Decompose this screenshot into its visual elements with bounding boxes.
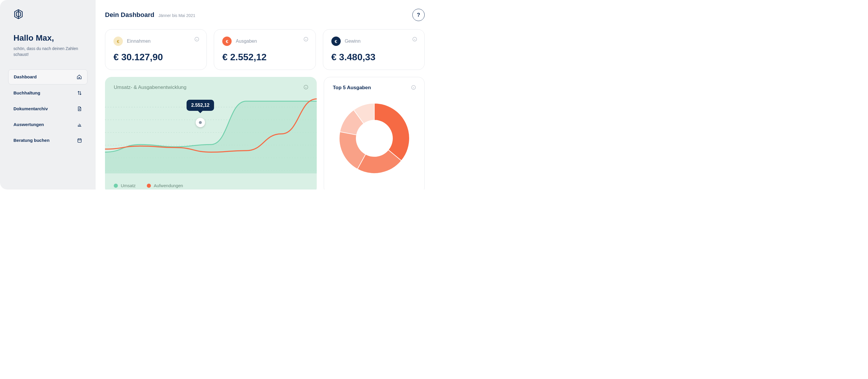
card-label: Gewinn	[345, 39, 361, 44]
sidebar-item-dashboard[interactable]: Dashboard	[8, 69, 88, 85]
arrows-up-down-icon	[77, 90, 82, 96]
euro-icon: €	[222, 37, 231, 46]
euro-icon: €	[331, 37, 341, 46]
card-label: Ausgaben	[236, 39, 257, 44]
card-value: € 2.552,12	[222, 52, 307, 63]
document-icon	[77, 106, 82, 112]
card-einnahmen: € Einnahmen € 30.127,90	[105, 29, 207, 70]
panels: Umsatz- & Ausgabenentwicklung 2.552,12 U…	[105, 77, 425, 189]
sidebar-item-label: Auswertungen	[13, 122, 77, 127]
top5-ausgaben-card: Top 5 Ausgaben	[324, 77, 425, 189]
sidebar-item-beratung[interactable]: Beratung buchen	[8, 133, 88, 148]
main-content: Dein Dashboard Jänner bis Mai 2021 ? € E…	[96, 0, 434, 189]
help-icon: ?	[417, 12, 420, 18]
logo	[13, 9, 88, 22]
page-subtitle: Jänner bis Mai 2021	[158, 13, 195, 18]
legend-umsatz: Umsatz	[114, 183, 136, 188]
sidebar-item-dokumentarchiv[interactable]: Dokumentarchiv	[8, 101, 88, 116]
chart-marker	[196, 118, 205, 127]
kpi-cards: € Einnahmen € 30.127,90 € Ausgaben € 2.5…	[105, 29, 425, 70]
chart-title: Umsatz- & Ausgabenentwicklung	[114, 85, 308, 90]
sidebar-item-auswertungen[interactable]: Auswertungen	[8, 117, 88, 132]
info-icon[interactable]	[303, 37, 309, 42]
umsatz-chart-card: Umsatz- & Ausgabenentwicklung 2.552,12 U…	[105, 77, 317, 189]
help-button[interactable]: ?	[412, 9, 425, 21]
calendar-icon	[77, 138, 82, 143]
page-title: Dein Dashboard	[105, 11, 154, 19]
svg-rect-0	[78, 138, 81, 142]
greeting-title: Hallo Max,	[13, 33, 88, 43]
card-gewinn: € Gewinn € 3.480,33	[323, 29, 425, 70]
bar-chart-icon	[77, 122, 82, 127]
legend-label: Umsatz	[121, 183, 136, 188]
sidebar-item-label: Buchhaltung	[13, 90, 77, 95]
sidebar-nav: Dashboard Buchhaltung Dokumentarchiv Aus…	[8, 69, 88, 148]
sidebar: Hallo Max, schön, dass du nach deinen Za…	[0, 0, 96, 189]
card-value: € 30.127,90	[114, 52, 198, 63]
info-icon[interactable]	[411, 85, 416, 90]
euro-icon: €	[114, 37, 123, 46]
info-icon[interactable]	[412, 37, 417, 42]
home-icon	[76, 74, 82, 80]
info-icon[interactable]	[194, 37, 199, 42]
info-icon[interactable]	[303, 85, 309, 90]
legend-dot-icon	[114, 184, 118, 188]
sidebar-item-label: Beratung buchen	[13, 138, 77, 143]
sidebar-item-label: Dashboard	[14, 74, 76, 79]
card-ausgaben: € Ausgaben € 2.552,12	[214, 29, 315, 70]
sidebar-item-buchhaltung[interactable]: Buchhaltung	[8, 86, 88, 100]
legend-dot-icon	[147, 184, 151, 188]
donut-chart	[333, 91, 415, 186]
chart-tooltip: 2.552,12	[187, 100, 214, 111]
donut-title: Top 5 Ausgaben	[333, 85, 415, 91]
legend-aufwendungen: Aufwendungen	[147, 183, 183, 188]
sidebar-item-label: Dokumentarchiv	[13, 106, 77, 111]
card-value: € 3.480,33	[331, 52, 416, 63]
chart-legend: Umsatz Aufwendungen	[114, 183, 183, 188]
header: Dein Dashboard Jänner bis Mai 2021 ?	[105, 9, 425, 21]
greeting: Hallo Max, schön, dass du nach deinen Za…	[13, 33, 88, 58]
logo-icon	[13, 9, 23, 21]
card-label: Einnahmen	[127, 39, 151, 44]
greeting-subtitle: schön, dass du nach deinen Zahlen schaus…	[13, 45, 88, 58]
legend-label: Aufwendungen	[154, 183, 183, 188]
